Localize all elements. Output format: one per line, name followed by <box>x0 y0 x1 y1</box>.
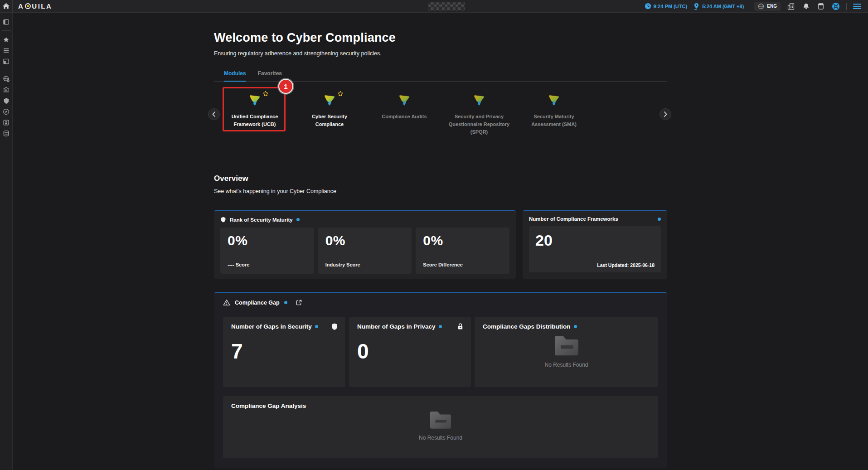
sidebar-toggle-button[interactable] <box>0 17 13 27</box>
gaps-security-title: Number of Gaps in Security <box>231 323 312 330</box>
frameworks-count: 20 <box>535 232 655 249</box>
logo-text-a: A <box>18 2 24 10</box>
panel-split-icon <box>3 58 10 65</box>
module-logo-icon <box>547 94 561 107</box>
shield-icon <box>331 323 338 330</box>
stat-label: Score Difference <box>423 262 502 267</box>
logo-text-uila: UILA <box>32 2 52 10</box>
compliance-gap-header: Compliance Gap <box>223 299 658 306</box>
language-selector[interactable]: ENG <box>754 2 781 11</box>
left-sidebar <box>0 13 13 470</box>
notifications-button[interactable] <box>801 2 810 11</box>
support-button[interactable] <box>831 2 840 11</box>
stat-value: 0% <box>228 233 307 248</box>
compliance-frameworks-card: Number of Compliance Frameworks 20 Last … <box>523 210 667 279</box>
database-icon <box>3 130 10 137</box>
stat-box-score-difference: 0% Score Difference <box>416 228 509 274</box>
rank-of-security-maturity-card: Rank of Security Maturity 0% ---- Score … <box>214 210 516 279</box>
module-logo-icon <box>472 94 486 107</box>
favorite-star-icon[interactable] <box>262 91 269 97</box>
stat-label: Industry Score <box>325 262 405 267</box>
language-label: ENG <box>767 4 777 9</box>
frameworks-count-box: 20 Last Updated: 2025-06-18 <box>529 226 661 272</box>
sidebar-item-layout[interactable] <box>0 56 13 66</box>
warning-triangle-icon <box>223 299 230 306</box>
local-time-text: 5:24 AM (GMT +8) <box>702 4 744 9</box>
open-external-button[interactable] <box>296 299 302 306</box>
tab-modules[interactable]: Modules <box>224 70 246 82</box>
home-icon <box>3 3 10 10</box>
overview-subtitle: See what's happening in your Cyber Compl… <box>214 188 667 194</box>
star-icon <box>3 36 10 43</box>
module-label: Cyber Security Compliance <box>299 113 360 128</box>
module-card-cyber-security-compliance[interactable]: Cyber Security Compliance <box>299 87 360 136</box>
no-results-text: No Results Found <box>544 362 588 368</box>
page-title: Welcome to Cyber Compliance <box>214 31 667 45</box>
rank-card-header: Rank of Security Maturity <box>220 216 509 223</box>
page-subtitle: Ensuring regulatory adherence and streng… <box>214 50 667 57</box>
carousel-prev-button[interactable] <box>208 108 220 120</box>
logo-q-icon <box>25 3 31 9</box>
main-menu-button[interactable] <box>853 2 862 11</box>
organization-button[interactable] <box>786 2 795 11</box>
overview-title: Overview <box>214 174 667 183</box>
sidebar-item-governance[interactable] <box>0 85 13 95</box>
sidebar-item-menu-list[interactable] <box>0 45 13 55</box>
module-card-sma[interactable]: Security Maturity Assessment (SMA) <box>523 87 585 136</box>
sidebar-item-user-access[interactable] <box>0 117 13 127</box>
logo-q-dot <box>27 5 29 7</box>
rank-card-title: Rank of Security Maturity <box>230 217 293 223</box>
module-card-spqr[interactable]: Security and Privacy Questionnaire Repos… <box>448 87 510 136</box>
external-link-icon <box>296 299 302 306</box>
clock-icon <box>645 3 651 10</box>
info-icon[interactable] <box>296 218 300 221</box>
module-label: Unified Compliance Framework (UCB) <box>224 113 286 128</box>
list-icon <box>3 48 10 53</box>
user-badge-icon <box>3 119 10 126</box>
info-icon[interactable] <box>439 325 442 328</box>
modules-track: Unified Compliance Framework (UCB) <box>224 87 667 136</box>
rank-stats-row: 0% ---- Score 0% Industry Score 0% Score… <box>220 228 509 274</box>
tab-favorites[interactable]: Favorites <box>258 70 282 81</box>
folder-icon <box>428 409 453 430</box>
module-card-compliance-audits[interactable]: Compliance Audits <box>373 87 435 136</box>
documentation-button[interactable] <box>816 2 825 11</box>
stat-label: ---- Score <box>228 262 307 267</box>
building-icon <box>787 3 795 10</box>
stat-box-industry-score: 0% Industry Score <box>318 228 412 274</box>
folder-icon <box>552 334 581 357</box>
info-icon[interactable] <box>574 325 577 328</box>
gaps-privacy-count: 0 <box>357 341 463 362</box>
sidebar-item-global-settings[interactable] <box>0 74 13 84</box>
sidebar-item-favorites[interactable] <box>0 34 13 44</box>
gaps-distribution-box: Compliance Gaps Distribution <box>475 317 658 387</box>
topbar-divider <box>846 3 847 10</box>
sidebar-item-data-repository[interactable] <box>0 128 13 138</box>
sidebar-item-security[interactable] <box>0 96 13 106</box>
shield-icon <box>3 97 10 104</box>
frameworks-card-header: Number of Compliance Frameworks <box>529 216 661 222</box>
info-icon[interactable] <box>315 325 318 328</box>
module-label: Security and Privacy Questionnaire Repos… <box>448 113 510 136</box>
sidebar-item-compass[interactable] <box>0 107 13 116</box>
gaps-distribution-title: Compliance Gaps Distribution <box>483 323 571 330</box>
info-icon[interactable] <box>284 301 287 304</box>
utc-time: 9:24 PM (UTC) <box>645 3 688 10</box>
info-icon[interactable] <box>658 218 661 221</box>
gaps-security-header: Number of Gaps in Security <box>231 323 337 330</box>
bell-icon <box>803 3 810 10</box>
gap-boxes-row: Number of Gaps in Security 7 Number of G… <box>223 317 658 387</box>
gaps-security-count: 7 <box>231 341 337 362</box>
gaps-distribution-header: Compliance Gaps Distribution <box>483 323 650 330</box>
frameworks-last-updated: Last Updated: 2025-06-18 <box>597 262 655 268</box>
favorite-star-icon[interactable] <box>337 91 344 97</box>
module-card-ucb[interactable]: Unified Compliance Framework (UCB) <box>224 87 286 136</box>
hamburger-menu-icon <box>853 3 862 10</box>
gap-analysis-title: Compliance Gap Analysis <box>231 402 650 409</box>
sidebar-divider <box>2 30 11 31</box>
home-button[interactable] <box>0 0 13 12</box>
gaps-in-security-box: Number of Gaps in Security 7 <box>223 317 345 387</box>
panel-left-icon <box>3 19 10 25</box>
carousel-next-button[interactable] <box>659 108 671 120</box>
no-results-text: No Results Found <box>419 435 462 441</box>
